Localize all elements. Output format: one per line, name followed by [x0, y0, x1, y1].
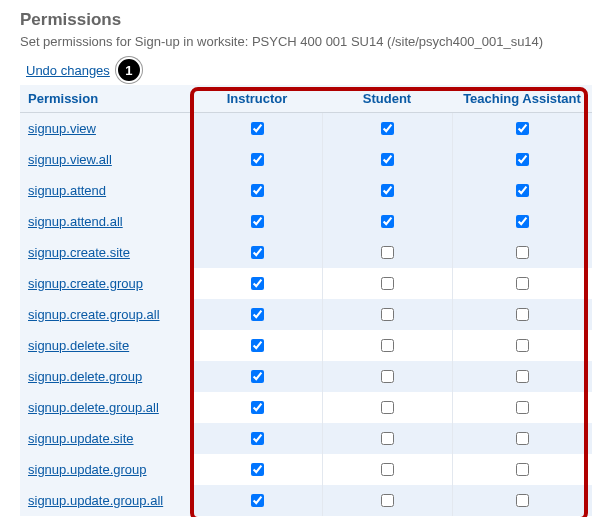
- permission-checkbox[interactable]: [381, 432, 394, 445]
- permission-checkbox[interactable]: [516, 463, 529, 476]
- permission-cell: [452, 423, 592, 454]
- permission-cell: [192, 113, 322, 145]
- permission-checkbox[interactable]: [251, 277, 264, 290]
- permission-checkbox[interactable]: [516, 308, 529, 321]
- permission-cell: [192, 237, 322, 268]
- permission-cell: [322, 361, 452, 392]
- permission-link[interactable]: signup.delete.site: [28, 338, 129, 353]
- permission-checkbox[interactable]: [516, 184, 529, 197]
- callout-1: 1: [116, 57, 142, 83]
- permission-link[interactable]: signup.attend.all: [28, 214, 123, 229]
- permission-checkbox[interactable]: [516, 246, 529, 259]
- permission-link[interactable]: signup.delete.group.all: [28, 400, 159, 415]
- permission-link[interactable]: signup.create.group: [28, 276, 143, 291]
- permission-cell: [192, 206, 322, 237]
- permission-checkbox[interactable]: [251, 122, 264, 135]
- table-row: signup.create.group.all: [20, 299, 592, 330]
- col-header-role: Student: [322, 85, 452, 113]
- permission-checkbox[interactable]: [381, 494, 394, 507]
- permission-checkbox[interactable]: [251, 246, 264, 259]
- permission-cell: [452, 268, 592, 299]
- page-subtitle: Set permissions for Sign-up in worksite:…: [20, 34, 589, 49]
- permission-checkbox[interactable]: [516, 401, 529, 414]
- permission-cell: [322, 237, 452, 268]
- permission-cell: [322, 330, 452, 361]
- permission-cell: [452, 206, 592, 237]
- permission-checkbox[interactable]: [516, 277, 529, 290]
- permission-cell: [192, 423, 322, 454]
- permission-cell: [452, 454, 592, 485]
- permission-checkbox[interactable]: [251, 463, 264, 476]
- permission-checkbox[interactable]: [251, 432, 264, 445]
- permission-checkbox[interactable]: [381, 370, 394, 383]
- permission-link[interactable]: signup.view.all: [28, 152, 112, 167]
- table-row: signup.create.group: [20, 268, 592, 299]
- permission-name: signup.attend.all: [20, 206, 192, 237]
- permission-checkbox[interactable]: [251, 215, 264, 228]
- permission-cell: [452, 113, 592, 145]
- permission-checkbox[interactable]: [251, 339, 264, 352]
- permission-checkbox[interactable]: [381, 246, 394, 259]
- permission-cell: [452, 485, 592, 516]
- table-row: signup.view: [20, 113, 592, 145]
- permission-checkbox[interactable]: [381, 215, 394, 228]
- permission-name: signup.delete.group: [20, 361, 192, 392]
- permission-link[interactable]: signup.delete.group: [28, 369, 142, 384]
- permission-checkbox[interactable]: [251, 401, 264, 414]
- permission-cell: [452, 299, 592, 330]
- col-header-role: Instructor: [192, 85, 322, 113]
- permission-cell: [452, 330, 592, 361]
- undo-changes-link[interactable]: Undo changes: [26, 63, 110, 78]
- permission-name: signup.delete.site: [20, 330, 192, 361]
- permission-checkbox[interactable]: [251, 308, 264, 321]
- permission-checkbox[interactable]: [516, 122, 529, 135]
- permission-cell: [322, 113, 452, 145]
- permission-link[interactable]: signup.create.group.all: [28, 307, 160, 322]
- permission-checkbox[interactable]: [251, 184, 264, 197]
- permission-cell: [192, 485, 322, 516]
- permission-cell: [192, 268, 322, 299]
- permission-checkbox[interactable]: [251, 494, 264, 507]
- permission-link[interactable]: signup.create.site: [28, 245, 130, 260]
- permission-checkbox[interactable]: [381, 339, 394, 352]
- permission-checkbox[interactable]: [516, 494, 529, 507]
- table-row: signup.attend.all: [20, 206, 592, 237]
- permission-checkbox[interactable]: [516, 339, 529, 352]
- permission-cell: [322, 485, 452, 516]
- permission-name: signup.update.group: [20, 454, 192, 485]
- permission-cell: [192, 175, 322, 206]
- permission-link[interactable]: signup.update.site: [28, 431, 134, 446]
- permission-link[interactable]: signup.view: [28, 121, 96, 136]
- table-row: signup.create.site: [20, 237, 592, 268]
- permission-cell: [452, 237, 592, 268]
- permission-checkbox[interactable]: [251, 370, 264, 383]
- permission-checkbox[interactable]: [381, 401, 394, 414]
- col-header-role: Teaching Assistant: [452, 85, 592, 113]
- permission-cell: [452, 144, 592, 175]
- permission-link[interactable]: signup.update.group.all: [28, 493, 163, 508]
- permission-cell: [192, 361, 322, 392]
- permission-checkbox[interactable]: [381, 277, 394, 290]
- permission-link[interactable]: signup.update.group: [28, 462, 147, 477]
- permission-checkbox[interactable]: [381, 184, 394, 197]
- permission-link[interactable]: signup.attend: [28, 183, 106, 198]
- permission-name: signup.create.group.all: [20, 299, 192, 330]
- permission-cell: [322, 175, 452, 206]
- page-title: Permissions: [20, 10, 589, 30]
- permission-checkbox[interactable]: [516, 370, 529, 383]
- table-row: signup.attend: [20, 175, 592, 206]
- permission-cell: [322, 392, 452, 423]
- permission-checkbox[interactable]: [251, 153, 264, 166]
- permission-name: signup.create.group: [20, 268, 192, 299]
- permission-checkbox[interactable]: [516, 153, 529, 166]
- permission-checkbox[interactable]: [381, 153, 394, 166]
- permission-checkbox[interactable]: [516, 432, 529, 445]
- permission-name: signup.delete.group.all: [20, 392, 192, 423]
- permission-checkbox[interactable]: [381, 463, 394, 476]
- permission-checkbox[interactable]: [381, 122, 394, 135]
- permission-cell: [322, 268, 452, 299]
- permission-checkbox[interactable]: [516, 215, 529, 228]
- permissions-table: Permission Instructor Student Teaching A…: [20, 85, 592, 516]
- permission-checkbox[interactable]: [381, 308, 394, 321]
- permission-cell: [322, 454, 452, 485]
